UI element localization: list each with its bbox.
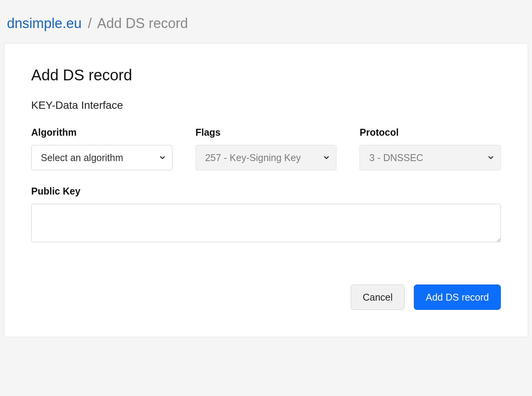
flags-select[interactable]: 257 - Key-Signing Key bbox=[196, 145, 337, 170]
field-protocol: Protocol 3 - DNSSEC bbox=[360, 127, 501, 170]
breadcrumb-separator: / bbox=[88, 15, 92, 31]
breadcrumb: dnsimple.eu / Add DS record bbox=[4, 4, 528, 43]
submit-button[interactable]: Add DS record bbox=[414, 285, 501, 310]
public-key-label: Public Key bbox=[31, 186, 501, 197]
algorithm-select[interactable]: Select an algorithm bbox=[31, 145, 172, 170]
algorithm-label: Algorithm bbox=[31, 127, 172, 138]
cancel-button[interactable]: Cancel bbox=[351, 285, 405, 310]
flags-label: Flags bbox=[196, 127, 337, 138]
section-title: KEY-Data Interface bbox=[31, 99, 501, 111]
form-actions: Cancel Add DS record bbox=[31, 285, 501, 310]
breadcrumb-domain-link[interactable]: dnsimple.eu bbox=[7, 15, 82, 31]
breadcrumb-current: Add DS record bbox=[97, 15, 188, 31]
public-key-textarea[interactable] bbox=[31, 204, 501, 242]
protocol-select[interactable]: 3 - DNSSEC bbox=[360, 145, 501, 170]
page-title: Add DS record bbox=[31, 67, 501, 84]
field-algorithm: Algorithm Select an algorithm bbox=[31, 127, 172, 170]
form-card: Add DS record KEY-Data Interface Algorit… bbox=[4, 43, 528, 337]
field-public-key: Public Key bbox=[31, 186, 501, 242]
protocol-label: Protocol bbox=[360, 127, 501, 138]
field-flags: Flags 257 - Key-Signing Key bbox=[196, 127, 337, 170]
